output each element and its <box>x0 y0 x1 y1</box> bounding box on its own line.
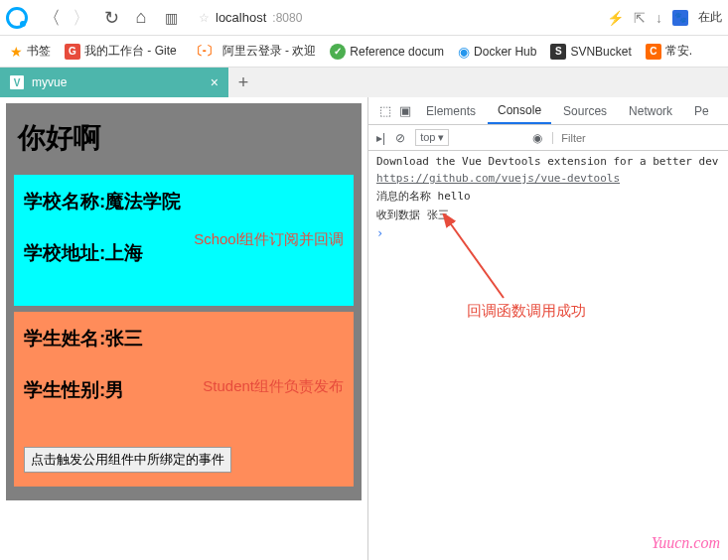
url-host: localhost <box>216 10 266 25</box>
home-button[interactable]: ⌂ <box>131 7 151 28</box>
reader-button[interactable]: ▥ <box>161 10 181 26</box>
tab-myvue[interactable]: V myvue × <box>0 68 228 97</box>
watermark: Yuucn.com <box>652 534 720 552</box>
vue-icon: V <box>10 75 24 89</box>
tab-bar: V myvue × + <box>0 68 728 97</box>
browser-right-controls: ⚡ ⇱ ↓ 🐾 在此 <box>607 9 722 26</box>
svn-icon: S <box>550 44 566 60</box>
tab-sources[interactable]: Sources <box>553 97 617 124</box>
tab-title: myvue <box>32 75 203 89</box>
clear-console-icon[interactable]: ⊘ <box>395 131 405 145</box>
bookmark-docker[interactable]: ◉ Docker Hub <box>458 44 536 60</box>
devtools-tabs: ⬚ ▣ Elements Console Sources Network Pe <box>368 97 728 125</box>
bookmarks-bar: ★ 书签 G 我的工作台 - Gite 〔-〕 阿里云登录 - 欢迎 ✓ Ref… <box>0 36 728 68</box>
url-bar[interactable]: ☆ localhost:8080 <box>199 10 597 25</box>
tab-network[interactable]: Network <box>619 97 682 124</box>
right-text: 在此 <box>698 9 722 26</box>
reload-button[interactable]: ↻ <box>101 7 121 29</box>
bookmarks-label[interactable]: ★ 书签 <box>10 43 51 60</box>
browser-top-bar: 〈 〉 ↻ ⌂ ▥ ☆ localhost:8080 ⚡ ⇱ ↓ 🐾 在此 <box>0 0 728 36</box>
filter-input[interactable] <box>552 132 720 144</box>
log-line: 消息的名称 hello <box>376 189 720 204</box>
new-tab-button[interactable]: + <box>228 68 258 97</box>
log-line: Download the Vue Devtools extension for … <box>376 155 720 168</box>
devtools-panel: ⬚ ▣ Elements Console Sources Network Pe … <box>367 97 728 560</box>
bookmark-gitee[interactable]: G 我的工作台 - Gite <box>65 43 177 60</box>
vue-devtools-link[interactable]: https://github.com/vuejs/vue-devtools <box>376 172 620 185</box>
back-button[interactable]: 〈 <box>42 6 62 30</box>
app-root: 你好啊 学校名称:魔法学院 学校地址:上海 School组件订阅并回调 学生姓名… <box>6 103 362 500</box>
url-port: :8080 <box>272 11 302 25</box>
console-prompt[interactable]: › <box>376 226 720 240</box>
eye-icon[interactable]: ◉ <box>532 131 542 145</box>
share-icon[interactable]: ⇱ <box>634 10 646 26</box>
console-toolbar: ▸| ⊘ top ▾ ◉ <box>368 125 728 151</box>
device-icon[interactable]: ▣ <box>396 103 414 118</box>
star-icon[interactable]: ☆ <box>199 11 210 25</box>
tab-elements[interactable]: Elements <box>416 97 486 124</box>
school-name: 学校名称:魔法学院 <box>24 189 344 214</box>
tab-console[interactable]: Console <box>488 97 551 124</box>
download-icon[interactable]: ↓ <box>655 10 662 26</box>
sidebar-toggle-icon[interactable]: ▸| <box>376 131 385 145</box>
context-select[interactable]: top ▾ <box>415 129 449 146</box>
student-annotation: Student组件负责发布 <box>203 377 344 396</box>
console-log: Download the Vue Devtools extension for … <box>368 151 728 244</box>
close-icon[interactable]: × <box>211 74 218 90</box>
school-annotation: School组件订阅并回调 <box>194 230 344 249</box>
bookmark-reference[interactable]: ✓ Reference docum <box>330 44 444 60</box>
log-line: 收到数据 张三 <box>376 208 720 222</box>
tab-performance[interactable]: Pe <box>684 97 719 124</box>
bookmark-aliyun[interactable]: 〔-〕 阿里云登录 - 欢迎 <box>191 43 317 60</box>
callback-annotation: 回调函数调用成功 <box>467 302 586 321</box>
browser-logo <box>6 7 28 29</box>
forward-button[interactable]: 〉 <box>72 6 91 30</box>
bookmark-svn[interactable]: S SVNBucket <box>550 44 631 60</box>
changan-icon: C <box>646 44 661 60</box>
bookmark-changan[interactable]: C 常安. <box>646 43 692 60</box>
docker-icon: ◉ <box>458 44 470 60</box>
reference-icon: ✓ <box>330 44 346 60</box>
inspect-icon[interactable]: ⬚ <box>376 103 394 118</box>
aliyun-icon: 〔-〕 <box>191 43 218 60</box>
flash-icon[interactable]: ⚡ <box>607 10 624 26</box>
greeting-heading: 你好啊 <box>14 111 354 175</box>
school-component: 学校名称:魔法学院 学校地址:上海 School组件订阅并回调 <box>14 175 354 306</box>
paw-icon[interactable]: 🐾 <box>672 10 688 26</box>
page-viewport: 你好啊 学校名称:魔法学院 学校地址:上海 School组件订阅并回调 学生姓名… <box>0 97 367 560</box>
student-component: 学生姓名:张三 学生性别:男 Student组件负责发布 点击触发公用组件中所绑… <box>14 312 354 487</box>
star-icon: ★ <box>10 44 23 60</box>
student-name: 学生姓名:张三 <box>24 326 344 351</box>
trigger-event-button[interactable]: 点击触发公用组件中所绑定的事件 <box>24 447 231 473</box>
gitee-icon: G <box>65 44 80 60</box>
